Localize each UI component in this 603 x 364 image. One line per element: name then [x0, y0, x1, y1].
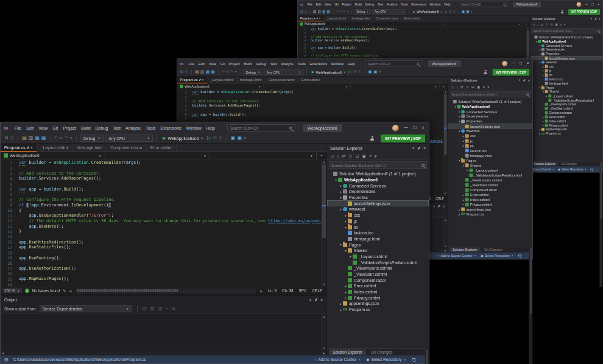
save-icon[interactable]: ▦	[35, 136, 40, 141]
notifications-bell-icon[interactable]	[518, 254, 521, 257]
tree-item[interactable]: ▸ Connected Services	[530, 43, 602, 47]
hot-reload-icon[interactable]: ⟳	[449, 10, 452, 13]
solution-explorer-search-input[interactable]: Search Solution Explorer (Ctrl+;)	[532, 28, 602, 33]
refresh-icon[interactable]: ↻	[466, 85, 469, 89]
editor-vertical-scrollbar[interactable]: ▲ ▼	[443, 89, 447, 195]
scroll-down-icon[interactable]: ▼	[443, 245, 448, 248]
split-editor-icon[interactable]: +	[523, 22, 529, 27]
toolbar-overflow-icon[interactable]: ▾	[471, 10, 473, 13]
notifications-bell-icon[interactable]	[590, 168, 593, 170]
document-tab[interactable]: Error.cshtml ×	[298, 77, 323, 84]
tree-chevron-icon[interactable]: ▸	[339, 302, 343, 306]
window-position-icon[interactable]: ▼	[412, 146, 415, 150]
scroll-right-icon[interactable]: ▶	[260, 289, 263, 293]
switch-views-icon[interactable]: ⇄	[342, 154, 346, 158]
tree-item[interactable]: ▾ Shared	[448, 163, 533, 168]
separator[interactable]	[218, 69, 219, 74]
menu-item[interactable]: Git	[333, 2, 340, 7]
tree-item[interactable]: ▸ Program.cs	[530, 131, 602, 136]
menu-item[interactable]: Analyze	[279, 61, 295, 66]
menu-item[interactable]: View	[206, 61, 218, 66]
int-preview-badge[interactable]: INT PREVIEW | EXP	[568, 9, 600, 15]
menu-item[interactable]: Help	[346, 61, 358, 66]
save-all-icon[interactable]: ▦	[41, 136, 46, 141]
tree-item[interactable]: _ValidationScriptsPartial.cshtml	[448, 173, 533, 178]
solution-explorer-search-input[interactable]: Search Solution Explorer (Ctrl+;)	[329, 161, 427, 169]
separator[interactable]	[351, 10, 352, 14]
member-dropdown[interactable]: ▼	[210, 152, 317, 159]
menu-item[interactable]: Project	[340, 2, 353, 7]
separator[interactable]	[18, 135, 18, 141]
select-repository-button[interactable]: ◆ Select Repository ▲	[481, 254, 513, 258]
refresh-icon[interactable]: ↻	[546, 23, 548, 26]
maximize-button[interactable]: □	[591, 2, 593, 6]
tree-item[interactable]: _ViewImports.cshtml	[530, 102, 602, 107]
menu-item[interactable]: Build	[79, 125, 93, 131]
filter-dropdown-icon[interactable]: ▾	[487, 85, 489, 89]
pin-icon[interactable]	[26, 145, 29, 149]
document-tab[interactable]: htmlpage.html ×	[349, 16, 373, 22]
tree-item[interactable]: htmlpage.html	[448, 153, 533, 158]
menu-item[interactable]: Extensions	[308, 61, 329, 66]
tree-item[interactable]: ▾ wwwroot	[448, 128, 533, 133]
tree-item[interactable]: ▸ Privacy.cshtml	[327, 295, 429, 301]
document-tab[interactable]: htmlpage.html ×	[73, 144, 107, 152]
sync-with-active-document-icon[interactable]: ≡	[369, 154, 372, 158]
eol-indicator[interactable]: CRLF	[436, 197, 444, 200]
tree-item[interactable]: ▾ Pages	[448, 158, 533, 163]
goto-next-message-icon[interactable]: ▥	[158, 306, 163, 311]
tree-chevron-icon[interactable]: ▸	[344, 284, 348, 288]
separator[interactable]	[310, 10, 311, 14]
zoom-dropdown[interactable]: 100 % ▼	[2, 288, 22, 293]
separator[interactable]	[76, 135, 77, 141]
solution-explorer-search-input[interactable]: Search Solution Explorer (Ctrl+;)	[450, 91, 531, 97]
home-icon[interactable]: ⌂	[537, 23, 538, 26]
quick-search-input[interactable]: Search (Ctrl+Q)	[365, 60, 421, 66]
add-to-source-control-button[interactable]: ↑ Add to Source Control ▲	[314, 357, 361, 362]
start-debugging-button[interactable]: ▶ WebApplication6 ▼	[310, 70, 347, 74]
menu-item[interactable]: Tools	[295, 61, 308, 66]
maximize-button[interactable]: □	[413, 125, 416, 130]
tab-close-icon[interactable]: ×	[202, 78, 203, 82]
new-file-icon[interactable]: ▤	[313, 10, 316, 13]
scroll-down-icon[interactable]: ▼	[443, 192, 448, 195]
tree-item[interactable]: Component.razor	[530, 111, 602, 115]
tree-item[interactable]: favicon.ico	[327, 230, 429, 236]
tree-item[interactable]: ▸ Dependencies	[448, 114, 533, 119]
tree-item[interactable]: ▸ Index.cshtml	[530, 119, 602, 124]
nav-forward-icon[interactable]: ⊙	[10, 136, 15, 141]
menu-item[interactable]: Analyze	[123, 125, 143, 131]
close-button[interactable]: ×	[526, 61, 529, 66]
tool-window-tab[interactable]: Solution Explorer	[532, 162, 558, 166]
tree-item[interactable]: ▸ _Layout.cshtml	[530, 94, 602, 98]
tool-window-tab[interactable]: Git Changes	[481, 247, 505, 251]
tree-item[interactable]: Component.razor	[448, 187, 533, 192]
menu-item[interactable]: Edit	[314, 2, 323, 7]
code-editor[interactable]: 123456789101112131415161718192021222324 …	[1, 159, 326, 287]
restart-icon[interactable]: ↻	[219, 136, 223, 141]
show-all-files-icon[interactable]: ▣	[477, 85, 480, 89]
menu-item[interactable]: Analyze	[385, 2, 399, 7]
tree-item[interactable]: ▾ WebApplication6	[327, 177, 429, 183]
int-preview-badge[interactable]: INT PREVIEW | EXP	[381, 135, 425, 142]
tree-vertical-scrollbar[interactable]	[599, 161, 602, 287]
select-repository-button[interactable]: ◆ Select Repository ▲	[367, 357, 406, 362]
tree-item[interactable]: ▾ WebApplication6	[530, 40, 602, 44]
project-dropdown[interactable]: WebApplication6 ▼	[1, 152, 105, 159]
tree-item[interactable]: ▾ wwwroot	[327, 206, 429, 212]
scroll-up-icon[interactable]: ▲	[443, 90, 448, 93]
window-position-icon[interactable]: ▼	[433, 205, 436, 208]
undo-icon[interactable]: ↶	[336, 10, 339, 13]
quick-search-input[interactable]: Search (Ctrl+Q)	[227, 124, 295, 131]
tree-item[interactable]: Component.razor	[327, 277, 429, 283]
window-position-icon[interactable]: ▼	[590, 17, 593, 19]
separator[interactable]	[459, 10, 459, 14]
tree-item[interactable]: favicon.ico	[530, 77, 602, 82]
editor-vertical-scrollbar[interactable]: ▲ ▼	[321, 159, 326, 287]
undo-dropdown-icon[interactable]: ▾	[227, 70, 228, 74]
menu-item[interactable]: Test	[110, 125, 123, 131]
menu-item[interactable]: Project	[227, 61, 242, 66]
scroll-left-icon[interactable]: ◀	[2, 351, 4, 355]
tree-item[interactable]: htmlpage.html	[530, 82, 602, 86]
restart-icon[interactable]: ↻	[358, 70, 362, 74]
